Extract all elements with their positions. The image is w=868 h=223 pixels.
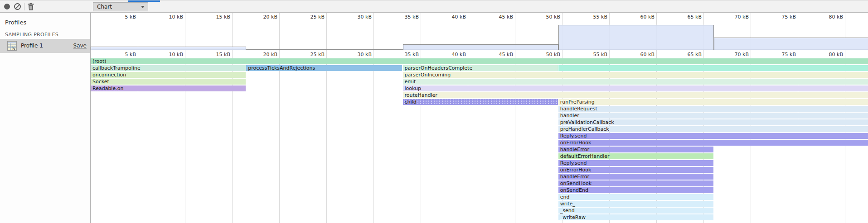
ruler-tick-label: 55 kB [582,52,607,57]
ruler-tick-label: 70 kB [723,14,749,20]
profiler-window: Chart Profiles SAMPLING PROFILES % Profi… [0,0,868,223]
flame-block--writeraw[interactable]: _writeRaw [558,214,713,220]
save-link[interactable]: Save [73,43,87,49]
ruler-tick-label: 15 kB [205,14,230,20]
ruler-tick-label: 55 kB [582,14,607,20]
flame-block-defaulterrorhandler[interactable]: defaultErrorHandler [558,153,713,159]
flame-block-processticksandrejections[interactable]: processTicksAndRejections [246,65,402,71]
flame-block-prevalidationcallback[interactable]: preValidationCallback [558,119,868,125]
profiles-title: Profiles [5,19,26,26]
ruler-tick-label: 50 kB [535,14,560,20]
top-blue-indicator [128,0,160,2]
sampling-profiles-section-label: SAMPLING PROFILES [5,32,58,38]
flame-block-parseronincoming[interactable]: parserOnIncoming [403,72,868,78]
flame-block-handlerequest[interactable]: handleRequest [558,106,868,112]
ruler-tick-label: 35 kB [393,14,419,20]
profile-name: Profile 1 [21,43,43,49]
flame-block-onerrorhook[interactable]: onErrorHook [558,140,868,146]
ruler-tick-label: 25 kB [299,52,325,57]
flame-block-handleerror[interactable]: handleError [558,147,713,152]
ruler-tick-label: 30 kB [346,52,372,57]
ruler-tick-line [326,13,327,49]
flame-gridline [279,50,280,223]
flame-block-runpreparsing[interactable]: runPreParsing [558,99,868,105]
clear-icon[interactable] [14,3,21,10]
chart-view-select[interactable]: Chart [93,2,148,11]
flame-block-parseronheaderscomplete[interactable]: parserOnHeadersComplete [403,65,558,71]
record-icon[interactable] [4,4,10,9]
ruler-tick-label: 40 kB [441,52,466,57]
ruler-tick-line [279,13,280,49]
flame-block-child[interactable]: child [403,99,558,105]
chart-view-select-value: Chart [97,4,112,10]
flame-block-reply-send[interactable]: Reply.send [558,160,713,166]
flame-gridline [326,50,327,223]
flame-block-write-[interactable]: write_ [558,201,713,207]
ruler-tick-label: 35 kB [393,52,419,57]
overview-segment[interactable] [91,47,246,50]
flame-block-onerrorhook[interactable]: onErrorHook [558,167,713,173]
ruler-tick-label: 45 kB [488,14,513,20]
flame-block-routehandler[interactable]: routeHandler [403,92,868,98]
ruler-tick-label: 75 kB [771,52,796,57]
ruler-tick-label: 80 kB [818,14,843,20]
ruler-tick-label: 65 kB [676,14,702,20]
flame-block[interactable] [558,65,868,71]
ruler-tick-line [232,13,233,49]
trash-icon[interactable] [28,3,34,10]
ruler-tick-line [138,13,138,49]
ruler-tick-line [515,13,515,49]
ruler-tick-line [185,13,185,49]
ruler-tick-label: 60 kB [629,52,655,57]
flame-block-callbacktrampoline[interactable]: callbackTrampoline [91,65,246,71]
ruler-tick-label: 20 kB [252,14,277,20]
ruler-tick-label: 10 kB [158,52,183,57]
overview-segment[interactable] [558,25,714,50]
toolbar: Chart [0,0,868,13]
flame-block--send[interactable]: _send [558,208,713,214]
ruler-tick-label: 30 kB [346,14,372,20]
flame-block-socket[interactable]: Socket [91,79,246,85]
toolbar-separator [24,3,24,10]
chart-pane: 5 kB10 kB15 kB20 kB25 kB30 kB35 kB40 kB4… [91,13,868,223]
flame-gridline [373,50,374,223]
ruler-tick-label: 65 kB [676,52,702,57]
ruler-tick-line [468,13,468,49]
sidebar-item-profile-1[interactable]: % Profile 1 Save [0,39,90,53]
sidebar: Profiles SAMPLING PROFILES % Profile 1 S… [0,13,91,223]
ruler-tick-label: 70 kB [723,52,749,57]
ruler-tick-label: 10 kB [158,14,183,20]
flame-block-end[interactable]: end [558,194,713,200]
ruler-tick-line [373,13,374,49]
ruler-tick-label: 15 kB [205,52,230,57]
chevron-down-icon [141,6,145,8]
ruler-tick-label: 80 kB [818,52,843,57]
ruler-tick-line [421,13,421,49]
ruler-tick-label: 20 kB [252,52,277,57]
flame-block-handleerror[interactable]: handleError [558,174,713,180]
overview-segment[interactable] [714,38,868,50]
flame-block-readable-on[interactable]: Readable.on [91,85,246,91]
ruler-tick-label: 40 kB [441,14,466,20]
flame-block-handler[interactable]: handler [558,113,868,119]
overview-segment[interactable] [403,44,558,50]
flame-block-prehandlercallback[interactable]: preHandlerCallback [558,126,868,132]
ruler-tick-label: 5 kB [111,14,136,20]
flame-block-onsendend[interactable]: onSendEnd [558,187,713,193]
profile-chart-icon: % [7,41,17,51]
flame-block-emit[interactable]: emit [403,79,868,85]
ruler-tick-label: 45 kB [488,52,513,57]
flame-block-reply-send[interactable]: Reply.send [558,133,868,139]
flame-block-onsendhook[interactable]: onSendHook [558,180,713,186]
svg-text:%: % [12,47,15,51]
ruler-tick-label: 60 kB [629,14,655,20]
flame-block--root-[interactable]: (root) [91,58,868,64]
ruler-tick-label: 75 kB [771,14,796,20]
flame-block-onconnection[interactable]: onconnection [91,72,246,78]
ruler-tick-label: 25 kB [299,14,325,20]
ruler-tick-label: 5 kB [111,52,136,57]
ruler-tick-label: 50 kB [535,52,560,57]
flame-block-lookup[interactable]: lookup [403,85,868,91]
